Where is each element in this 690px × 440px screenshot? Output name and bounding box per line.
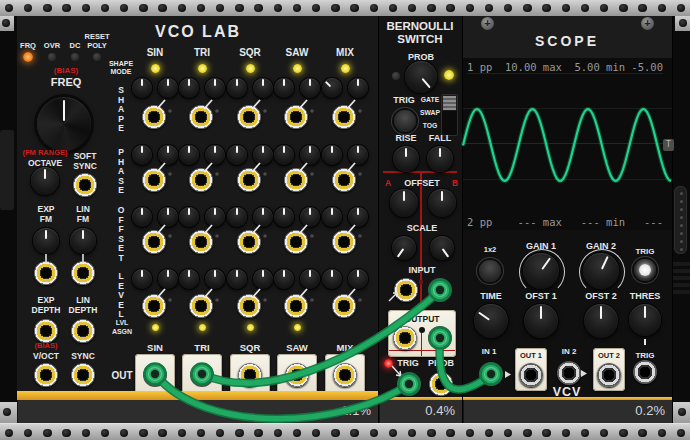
cable-layer <box>0 0 690 440</box>
cable-tri-to-input[interactable] <box>202 291 440 383</box>
vcv-rack-window: VCO LABFRQOVRDCRESETPOLY(BIAS)FREQ(FM RA… <box>0 0 690 440</box>
